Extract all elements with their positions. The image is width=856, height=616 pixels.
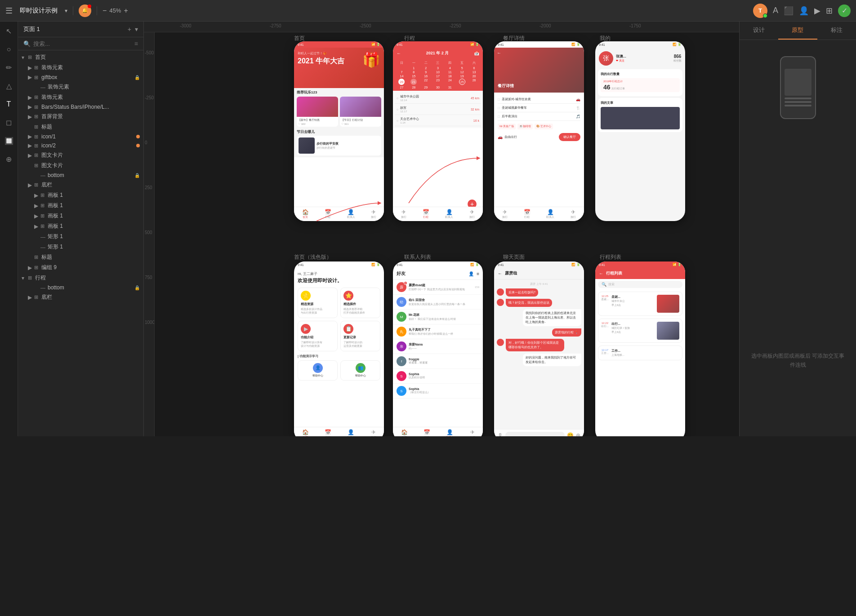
tree-item[interactable]: ⊞ 标题 xyxy=(18,252,143,262)
ruler-mark-h: -2250 xyxy=(450,23,461,28)
tree-item[interactable]: ▶ ⊞ 底栏 xyxy=(18,180,143,190)
tree-item[interactable]: ▶ ⊞ 装饰元素 xyxy=(18,92,143,102)
tree-item-label: 装饰元素 xyxy=(41,64,140,71)
add-page-icon[interactable]: + xyxy=(128,26,131,33)
tree-item[interactable]: ▶ ⊞ 画板 1 xyxy=(18,200,143,211)
tree-type-icon: ⊞ xyxy=(28,275,35,281)
tree-item-label: 画板 1 xyxy=(48,202,140,209)
tree-item-label: 矩形 1 xyxy=(48,243,140,251)
canvas-area[interactable]: -3000-2750-2500-2250-2000-1750 -500-2500… xyxy=(144,22,739,436)
pages-expand-icon[interactable]: ▾ xyxy=(135,26,138,33)
tree-item-label: 首屏背景 xyxy=(41,113,140,120)
search-input[interactable] xyxy=(33,40,134,47)
rect-tool-icon[interactable]: ◻ xyxy=(4,116,13,129)
phone-contacts: 9:41 📶 🔋 好友 👤 ≡ 霹 xyxy=(393,261,483,436)
tree-type-icon: ⊞ xyxy=(34,265,41,270)
home-section2: 节日去哪儿 xyxy=(297,129,381,134)
lock-icon: 🔒 xyxy=(134,285,140,290)
brand-arrow-icon[interactable]: ▾ xyxy=(65,8,67,14)
tree-item[interactable]: — 矩形 1 xyxy=(18,231,143,242)
sidebar-search: 🔍 ≡ xyxy=(18,37,143,50)
tree-type-icon: ⊞ xyxy=(34,114,41,120)
tree-item[interactable]: ▾ ⊞ 行程 xyxy=(18,273,143,283)
tree-type-icon: — xyxy=(40,234,48,239)
tab-prototype[interactable]: 原型 xyxy=(778,22,817,40)
tree-item[interactable]: ⊞ 标题 xyxy=(18,122,143,132)
tree-arrow-icon: ▶ xyxy=(34,203,40,209)
tree-item[interactable]: ▶ ⊞ giftbox 🔒 xyxy=(18,73,143,82)
app-root: ☰ 即时设计示例 ▾ 🔔 − 45% + T A ⬛ 👤 ▶ ⊞ ✓ ↖ ○ xyxy=(0,0,856,436)
select-tool-icon[interactable]: ↖ xyxy=(4,25,13,37)
tree-item[interactable]: — 装饰元素 xyxy=(18,82,143,92)
search-menu-icon[interactable]: ≡ xyxy=(134,40,138,47)
font-icon[interactable]: A xyxy=(773,6,778,15)
home-item1-title: 步行街的平安夜 xyxy=(317,142,339,146)
tree-item-label: 画板 1 xyxy=(48,212,140,220)
home-card2-tag: 【节日】行程计划 xyxy=(341,118,380,122)
checkmark-icon[interactable]: ✓ xyxy=(838,4,851,17)
tree-item[interactable]: ▶ ⊞ 装饰元素 xyxy=(18,62,143,73)
zoom-level: 45% xyxy=(109,7,121,14)
vertical-ruler: -500-25002505007501000 xyxy=(144,32,155,436)
tree-item[interactable]: ▶ ⊞ 画板 1 xyxy=(18,221,143,231)
component-icon[interactable]: ⬛ xyxy=(784,6,794,16)
pen-tool-icon[interactable]: ✏ xyxy=(4,62,13,74)
tree-item[interactable]: ▾ ⊞ 首页 xyxy=(18,52,143,62)
frame-tool-icon[interactable]: ○ xyxy=(5,44,13,55)
canvas-content[interactable]: 首页 行程 餐厅详情 我的 9:41 📶 🔋 和积人一起过节！🎁 xyxy=(155,32,739,436)
play-icon[interactable]: ▶ xyxy=(814,6,820,16)
right-content-placeholder: 选中画板内图层或画板后 可添加交互事件连线 xyxy=(740,126,856,436)
tree-item[interactable]: ⊞ 图文卡片 xyxy=(18,160,143,171)
tree-item[interactable]: ▶ ⊞ icon/1 xyxy=(18,132,143,141)
tab-annotation[interactable]: 标注 xyxy=(817,22,856,40)
tree-item[interactable]: ▶ ⊞ 首屏背景 xyxy=(18,111,143,122)
tab-design[interactable]: 设计 xyxy=(740,22,778,40)
zoom-controls: − 45% + xyxy=(103,7,128,15)
tree-arrow-icon: ▶ xyxy=(34,213,40,219)
tree-item[interactable]: — 矩形 1 xyxy=(18,242,143,252)
tree-item[interactable]: — bottom 🔒 xyxy=(18,283,143,292)
toolbar-divider-1 xyxy=(73,6,73,15)
tree-item-label: bottom xyxy=(48,172,133,178)
tree-item-label: 标题 xyxy=(41,253,140,261)
ruler-mark-v: 1000 xyxy=(145,320,155,325)
phone-chat: 9:41 📶 🔋 ← 霹雳哉 霹雳 上午 6:41 后来一起去吃饭吗? xyxy=(494,261,584,436)
tree-item[interactable]: ▶ ⊞ 编组 9 xyxy=(18,262,143,273)
grid-icon[interactable]: ⊞ xyxy=(826,6,833,16)
section-home-light-label: 首页（浅色版） xyxy=(294,253,332,261)
tree-type-icon: ⊞ xyxy=(34,182,41,188)
tree-item-label: bottom xyxy=(48,284,133,291)
tree-arrow-icon: ▶ xyxy=(28,182,34,188)
component-tool-icon[interactable]: ⊕ xyxy=(4,153,13,165)
shape-tool-icon[interactable]: △ xyxy=(4,80,13,92)
user-icon[interactable]: 👤 xyxy=(799,6,809,16)
tree-item-label: 画板 1 xyxy=(48,191,140,199)
menu-icon[interactable]: ☰ xyxy=(5,6,13,16)
tree-item-label: 装饰元素 xyxy=(48,83,140,91)
home-card1-tag: 【新年】餐厅特惠 xyxy=(298,118,337,122)
tree-item[interactable]: ▶ ⊞ Bars/Status Bars/iPhone/L... xyxy=(18,102,143,111)
brand-name[interactable]: 即时设计示例 xyxy=(20,7,58,15)
tree-item[interactable]: ▶ ⊞ 画板 1 xyxy=(18,211,143,221)
right-tabs: 设计 原型 标注 xyxy=(740,22,856,40)
tree-item[interactable]: ▶ ⊞ icon/2 xyxy=(18,141,143,150)
tree-item[interactable]: ▶ ⊞ 底栏 xyxy=(18,292,143,302)
tree-item[interactable]: ▶ ⊞ 图文卡片 xyxy=(18,150,143,160)
layers-icon[interactable]: 🔲 xyxy=(3,135,15,147)
section-chat-label: 聊天页面 xyxy=(503,253,525,261)
tree-item[interactable]: ▶ ⊞ 画板 1 xyxy=(18,190,143,200)
tree-arrow-icon: ▶ xyxy=(28,104,34,110)
ruler-mark-v: 750 xyxy=(145,275,152,280)
tree-item-label: 图文卡片 xyxy=(41,151,140,159)
tree-type-icon: ⊞ xyxy=(34,65,41,71)
ruler-mark-v: -250 xyxy=(145,95,154,100)
tree-item-label: 图文卡片 xyxy=(41,162,140,169)
zoom-in-button[interactable]: + xyxy=(124,7,128,15)
zoom-out-button[interactable]: − xyxy=(103,7,107,15)
notification-bell[interactable]: 🔔 xyxy=(79,4,91,17)
toolbar-divider-2 xyxy=(97,6,97,15)
user-avatar[interactable]: T xyxy=(753,4,767,18)
tree-type-icon: ⊞ xyxy=(34,75,41,80)
tree-item[interactable]: — bottom 🔒 xyxy=(18,171,143,180)
text-tool-icon[interactable]: T xyxy=(5,98,13,110)
